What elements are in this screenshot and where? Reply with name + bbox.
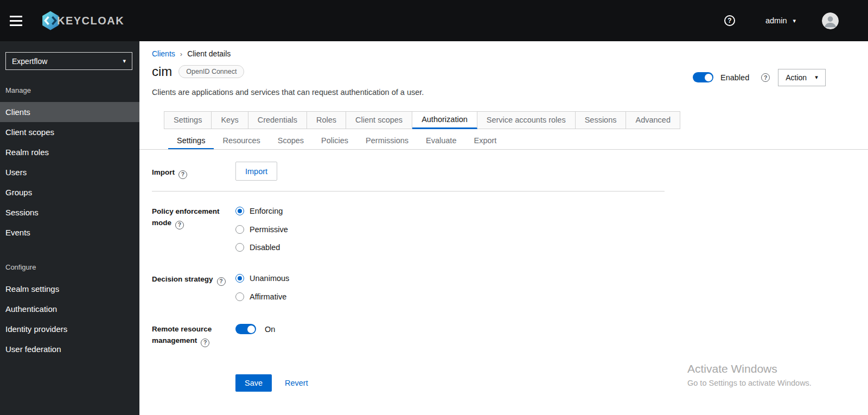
chevron-down-icon: ▾ [815,74,818,81]
toggle-knob [247,325,255,333]
sidebar-item-authentication[interactable]: Authentication [0,299,139,319]
subtab-divider [139,149,868,150]
help-icon[interactable]: ? [761,73,770,82]
tab-roles[interactable]: Roles [307,111,346,129]
radio-label: Permissive [250,225,288,234]
radio-input [235,243,244,252]
sidebar-item-users[interactable]: Users [0,162,139,182]
breadcrumb-current: Client details [187,49,231,58]
sidebar-item-realm-roles[interactable]: Realm roles [0,142,139,162]
realm-name: Expertflow [12,57,47,66]
sidebar-item-sessions[interactable]: Sessions [0,202,139,222]
radio-label: Affirmative [250,292,286,301]
tab-authorization[interactable]: Authorization [412,111,477,129]
radio-enforcing[interactable]: Enforcing [235,206,283,216]
radio-input [235,274,244,283]
watermark-line2: Go to Settings to activate Windows. [687,379,812,387]
sidebar-item-user-federation[interactable]: User federation [0,339,139,359]
sidebar: Expertflow ▾ Manage Clients Client scope… [0,41,139,415]
subtab-bar: Settings Resources Scopes Policies Permi… [168,133,505,150]
main-content: Clients › Client details cim OpenID Conn… [139,41,868,415]
tab-credentials[interactable]: Credentials [248,111,307,129]
enabled-label: Enabled [720,73,749,82]
enabled-toggle[interactable] [693,72,713,82]
radio-label: Enforcing [250,207,283,215]
toggle-knob [705,74,712,81]
protocol-badge: OpenID Connect [178,65,244,78]
remote-resource-toggle[interactable] [235,324,256,334]
help-icon[interactable]: ? [724,15,735,26]
breadcrumb-separator-icon: › [180,50,182,58]
sidebar-item-client-scopes[interactable]: Client scopes [0,122,139,142]
header-controls: Enabled ? Action ▾ [693,68,826,86]
tab-keys[interactable]: Keys [212,111,248,129]
masthead: KEYCLOAK ? admin ▾ [0,0,868,41]
help-icon[interactable]: ? [217,277,226,286]
user-icon [822,12,839,29]
remote-resource-control: On [235,324,275,334]
radio-affirmative[interactable]: Affirmative [235,292,286,302]
save-button[interactable]: Save [235,374,272,392]
sidebar-item-groups[interactable]: Groups [0,182,139,202]
remote-resource-label: Remote resource management? [152,323,234,347]
subtab-export[interactable]: Export [465,133,505,150]
realm-selector[interactable]: Expertflow ▾ [5,52,132,70]
chevron-down-icon: ▾ [123,58,126,65]
sidebar-item-identity-providers[interactable]: Identity providers [0,319,139,339]
hamburger-menu-button[interactable] [8,12,27,29]
brand-text: KEYCLOAK [57,15,124,27]
breadcrumb-clients-link[interactable]: Clients [152,49,175,58]
sidebar-item-realm-settings[interactable]: Realm settings [0,279,139,299]
nav-section-title: Manage [0,84,139,97]
action-label: Action [786,73,807,82]
radio-permissive[interactable]: Permissive [235,225,288,234]
windows-activation-watermark: Activate Windows Go to Settings to activ… [687,362,812,387]
import-field-label: Import? [152,167,234,179]
title-row: cim OpenID Connect [152,64,244,79]
tab-bar: Settings Keys Credentials Roles Client s… [164,111,680,129]
nav-section-manage: Manage Clients Client scopes Realm roles… [0,84,139,242]
tab-sessions[interactable]: Sessions [576,111,627,129]
nav-section-title: Configure [0,261,139,274]
hamburger-icon [10,16,22,17]
revert-link[interactable]: Revert [285,374,308,392]
radio-unanimous[interactable]: Unanimous [235,273,289,283]
help-icon[interactable]: ? [201,339,209,347]
help-icon[interactable]: ? [178,170,187,179]
radio-label: Unanimous [250,274,289,283]
subtab-policies[interactable]: Policies [312,133,357,150]
page-title: cim [152,64,172,79]
action-dropdown[interactable]: Action ▾ [778,69,825,86]
subtab-scopes[interactable]: Scopes [269,133,312,150]
radio-input [235,207,244,215]
subtab-settings[interactable]: Settings [168,133,214,150]
radio-disabled[interactable]: Disabled [235,242,280,252]
form-divider [152,191,665,191]
chevron-down-icon: ▾ [793,17,796,24]
toggle-state-label: On [265,325,275,334]
tab-service-accounts-roles[interactable]: Service accounts roles [477,111,576,129]
page-description: Clients are applications and services th… [152,88,424,97]
avatar[interactable] [822,12,839,29]
subtab-evaluate[interactable]: Evaluate [417,133,465,150]
tab-settings[interactable]: Settings [164,111,212,129]
user-menu[interactable]: admin ▾ [765,16,796,25]
subtab-permissions[interactable]: Permissions [357,133,417,150]
watermark-line1: Activate Windows [687,362,812,375]
brand[interactable]: KEYCLOAK [39,9,124,32]
tab-advanced[interactable]: Advanced [626,111,680,129]
help-icon[interactable]: ? [175,221,184,229]
tab-client-scopes[interactable]: Client scopes [346,111,412,129]
decision-strategy-label: Decision strategy? [152,273,234,286]
username: admin [765,16,787,25]
policy-enforcement-label: Policy enforcement mode? [152,206,234,229]
subtab-resources[interactable]: Resources [214,133,269,150]
radio-input [235,225,244,234]
radio-label: Disabled [250,243,280,252]
nav-section-configure: Configure Realm settings Authentication … [0,261,139,359]
sidebar-item-clients[interactable]: Clients [0,102,139,122]
sidebar-item-events[interactable]: Events [0,222,139,242]
radio-input [235,292,244,301]
import-button[interactable]: Import [235,162,277,181]
masthead-right: ? admin ▾ [724,12,868,29]
